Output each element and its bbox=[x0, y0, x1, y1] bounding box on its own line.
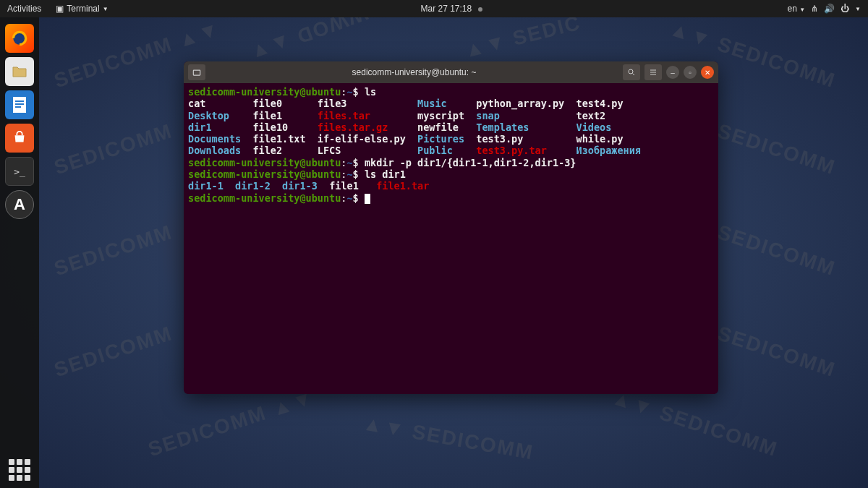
dock-firefox[interactable] bbox=[5, 24, 34, 53]
minimize-button[interactable]: – bbox=[666, 66, 679, 79]
search-icon bbox=[627, 68, 636, 77]
dock-files[interactable] bbox=[5, 57, 34, 86]
clock[interactable]: Mar 27 17:18 bbox=[116, 4, 788, 14]
folder-icon bbox=[11, 63, 28, 80]
svg-rect-2 bbox=[15, 100, 24, 102]
terminal-app-menu[interactable]: ▣ Terminal ▼ bbox=[48, 4, 115, 14]
chevron-down-icon: ▼ bbox=[103, 6, 109, 12]
terminal-window: sedicomm-university@ubuntu: ~ – ▫ ✕ sedi… bbox=[184, 61, 718, 394]
show-applications-button[interactable] bbox=[9, 459, 30, 481]
dock-ubuntu-software[interactable] bbox=[5, 124, 34, 153]
document-icon bbox=[12, 95, 27, 114]
window-title: sedicomm-university@ubuntu: ~ bbox=[205, 67, 623, 77]
maximize-button[interactable]: ▫ bbox=[684, 66, 697, 79]
network-icon: ⋔ bbox=[811, 4, 818, 14]
chevron-down-icon: ▼ bbox=[855, 6, 861, 12]
firefox-icon bbox=[10, 29, 29, 48]
terminal-icon: ▣ bbox=[56, 4, 64, 14]
close-button[interactable]: ✕ bbox=[701, 66, 714, 79]
svg-rect-3 bbox=[15, 103, 24, 105]
maximize-icon: ▫ bbox=[689, 69, 692, 77]
menu-icon bbox=[649, 68, 658, 77]
svg-point-6 bbox=[629, 69, 633, 74]
folder-plus-icon bbox=[192, 67, 202, 77]
dock-libreoffice-writer[interactable] bbox=[5, 90, 34, 119]
close-icon: ✕ bbox=[705, 69, 710, 77]
hamburger-menu-button[interactable] bbox=[644, 64, 662, 80]
new-tab-button[interactable] bbox=[188, 64, 205, 80]
dock: >_ A bbox=[0, 17, 39, 488]
status-area[interactable]: en ▼ ⋔ 🔊 ⏻ ▼ bbox=[787, 4, 868, 14]
search-button[interactable] bbox=[623, 64, 640, 80]
terminal-icon: >_ bbox=[14, 166, 25, 177]
dock-software-updater[interactable]: A bbox=[5, 190, 34, 219]
svg-rect-4 bbox=[15, 106, 21, 108]
minimize-icon: – bbox=[671, 69, 675, 77]
terminal-content[interactable]: sedicomm-university@ubuntu:~$ ls cat fil… bbox=[184, 83, 718, 394]
notification-dot bbox=[478, 7, 482, 12]
top-bar: Activities ▣ Terminal ▼ Mar 27 17:18 en … bbox=[0, 0, 868, 17]
update-icon: A bbox=[14, 195, 25, 214]
language-indicator[interactable]: en ▼ bbox=[787, 4, 805, 14]
power-icon: ⏻ bbox=[841, 4, 849, 14]
dock-terminal[interactable]: >_ bbox=[5, 157, 34, 186]
app-label: Terminal bbox=[67, 4, 99, 14]
window-titlebar[interactable]: sedicomm-university@ubuntu: ~ – ▫ ✕ bbox=[184, 61, 718, 83]
shopping-icon bbox=[12, 130, 27, 146]
volume-icon: 🔊 bbox=[824, 4, 835, 14]
svg-rect-5 bbox=[193, 70, 200, 75]
svg-line-7 bbox=[633, 74, 635, 76]
activities-button[interactable]: Activities bbox=[0, 4, 48, 14]
